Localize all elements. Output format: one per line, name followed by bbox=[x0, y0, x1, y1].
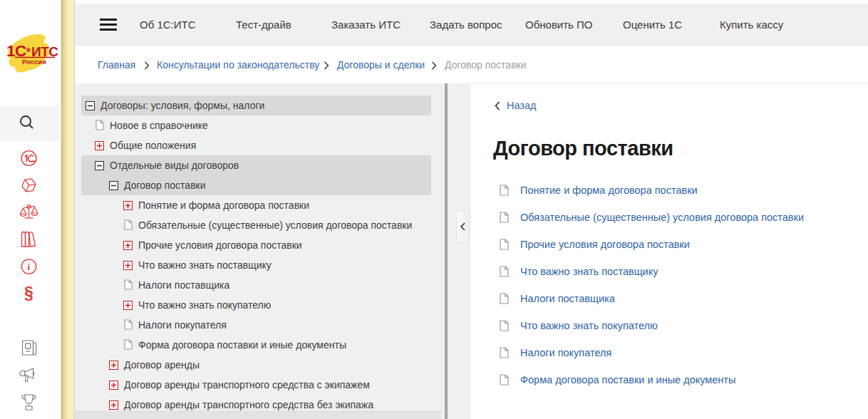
svg-text:i: i bbox=[28, 262, 31, 272]
svg-text:Россия: Россия bbox=[22, 58, 46, 66]
svg-text:❀: ❀ bbox=[26, 46, 31, 53]
